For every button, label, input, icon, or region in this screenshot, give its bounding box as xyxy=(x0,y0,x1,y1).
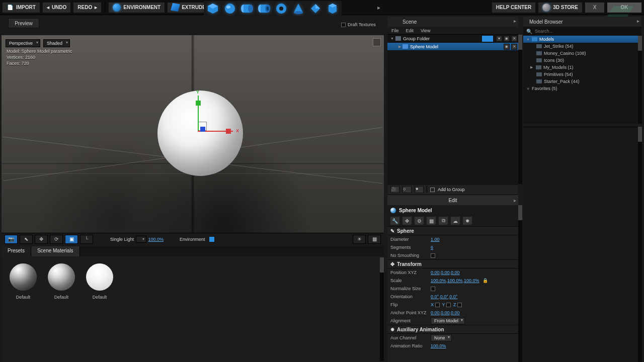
close-icon[interactable]: ✕ xyxy=(511,44,517,50)
tree-expand-icon[interactable]: ▶ xyxy=(398,45,401,49)
viewport-camera-dropdown[interactable]: Perspective xyxy=(6,39,40,47)
browser-row[interactable]: ▶My_Models (1) xyxy=(523,64,641,71)
browser-row[interactable]: Primitives (54) xyxy=(523,71,641,78)
panel-collapse-icon[interactable]: ▸ xyxy=(514,198,516,203)
search-input[interactable] xyxy=(535,29,638,34)
segments-field[interactable]: 6 xyxy=(431,245,433,250)
store-button[interactable]: 3D STORE xyxy=(538,2,583,13)
select-tool-button[interactable]: ⬉ xyxy=(20,235,33,244)
shape-cylinder-h[interactable] xyxy=(240,2,254,16)
help-center-button[interactable]: HELP CENTER xyxy=(492,2,536,13)
environment-button[interactable]: ENVIRONMENT xyxy=(108,2,165,13)
fullscreen-icon[interactable] xyxy=(373,38,381,46)
position-z[interactable]: 0.00 xyxy=(451,270,460,275)
null-icon[interactable]: ✦ xyxy=(415,186,424,193)
move-icon[interactable]: ✥ xyxy=(403,217,412,225)
ok-button[interactable]: OK xyxy=(607,2,642,13)
browser-row-favorites[interactable]: ★Favorites (5) xyxy=(523,85,641,92)
browser-row[interactable]: Icons (30) xyxy=(523,57,641,64)
checkbox-icon[interactable] xyxy=(430,188,435,192)
environment-swatch[interactable] xyxy=(209,237,214,242)
shape-diamond[interactable] xyxy=(308,2,323,16)
move-tool-button[interactable]: ✥ xyxy=(35,235,48,244)
browser-row[interactable]: Money_Casino (108) xyxy=(523,50,641,57)
close-x-button[interactable]: X xyxy=(585,2,605,13)
import-button[interactable]: 📄IMPORT xyxy=(2,2,40,13)
anchor-y[interactable]: 0.00 xyxy=(441,310,450,315)
menu-file[interactable]: File xyxy=(391,28,399,33)
material-preset[interactable]: Default xyxy=(47,263,76,355)
tree-expand-icon[interactable]: ▼ xyxy=(390,37,394,40)
animation-ratio-field[interactable]: 100.0% xyxy=(431,343,446,348)
draft-textures-toggle[interactable]: Draft Textures xyxy=(341,22,376,27)
alignment-dropdown[interactable]: From Model xyxy=(431,317,465,324)
tree-row-sphere[interactable]: ▶ Sphere Model ■✕ xyxy=(387,43,518,51)
orient-y[interactable]: 0.0° xyxy=(440,294,448,299)
gizmo-x-handle[interactable] xyxy=(226,129,231,134)
light-dropdown[interactable] xyxy=(136,236,146,243)
settings-icon[interactable]: ✸ xyxy=(463,217,472,225)
section-aux-animation[interactable]: ✸Auxiliary Animation xyxy=(387,325,518,334)
anchor-x[interactable]: 0.00 xyxy=(431,310,440,315)
material-icon[interactable]: ▦ xyxy=(427,217,436,225)
scrollbar[interactable] xyxy=(518,205,522,362)
render-button[interactable]: ☀ xyxy=(353,235,366,244)
nosmooth-checkbox[interactable] xyxy=(431,253,435,258)
scrollbar[interactable] xyxy=(638,127,642,362)
shape-bar-scroll-right[interactable]: ▸ xyxy=(377,4,380,11)
lock-icon[interactable]: 🔒 xyxy=(482,278,488,283)
orient-x[interactable]: 0.0° xyxy=(431,294,439,299)
section-transform[interactable]: ✥Transform xyxy=(387,259,518,268)
shape-tube[interactable] xyxy=(257,2,271,16)
position-x[interactable]: 0.00 xyxy=(431,270,440,275)
shape-sphere[interactable] xyxy=(223,2,237,16)
anchor-tool-button[interactable]: └ xyxy=(80,235,93,244)
gizmo-z-handle[interactable] xyxy=(200,127,205,132)
camera-icon[interactable]: 🎥 xyxy=(390,186,399,193)
add-to-group-button[interactable]: Add to Group xyxy=(438,187,465,192)
flip-y-checkbox[interactable] xyxy=(446,303,451,307)
section-sphere[interactable]: ✎Sphere xyxy=(387,226,518,235)
aux-channel-dropdown[interactable]: None xyxy=(431,334,452,341)
color-badge[interactable] xyxy=(482,36,493,42)
gizmo-y-handle[interactable] xyxy=(196,101,201,106)
menu-edit[interactable]: Edit xyxy=(406,28,414,33)
anchor-z[interactable]: 0.00 xyxy=(451,310,460,315)
orient-z[interactable]: 0.0° xyxy=(449,294,457,299)
link-icon[interactable]: ☁ xyxy=(451,217,460,225)
shape-prism[interactable] xyxy=(326,2,340,16)
tab-scene-materials[interactable]: Scene Materials xyxy=(31,246,80,256)
gear-icon[interactable]: ⚙ xyxy=(415,217,424,225)
material-preset[interactable]: Default xyxy=(85,263,114,355)
visibility-icon[interactable]: ■ xyxy=(504,44,510,50)
wrench-icon[interactable]: 🔧 xyxy=(390,217,399,225)
panel-collapse-icon[interactable]: ▸ xyxy=(514,18,516,24)
scale-x[interactable]: 100.0% xyxy=(431,278,446,283)
copy-icon[interactable]: ⧉ xyxy=(439,217,448,225)
browser-row[interactable]: Starter_Pack (44) xyxy=(523,78,641,85)
browser-row[interactable]: Jet_Strike (54) xyxy=(523,43,641,50)
scale-y[interactable]: 100.0% xyxy=(447,278,463,283)
preview-tab[interactable]: Preview xyxy=(8,18,39,28)
shape-cone[interactable] xyxy=(291,2,305,16)
menu-view[interactable]: View xyxy=(421,28,430,33)
scale-z[interactable]: 100.0% xyxy=(464,278,479,283)
panel-collapse-icon[interactable]: ▸ xyxy=(637,18,639,24)
normalize-checkbox[interactable] xyxy=(431,287,435,291)
tab-presets[interactable]: Presets xyxy=(2,246,31,256)
tree-row-group[interactable]: ▼ Group Folder ▾■✕ xyxy=(387,35,518,43)
position-y[interactable]: 0.00 xyxy=(441,270,450,275)
redo-button[interactable]: REDO▸ xyxy=(73,2,102,13)
rotate-tool-button[interactable]: ⟳ xyxy=(50,235,63,244)
chevron-down-icon[interactable]: ▾ xyxy=(496,36,502,42)
scrollbar[interactable] xyxy=(518,35,522,184)
close-icon[interactable]: ✕ xyxy=(511,36,517,42)
shape-torus[interactable] xyxy=(274,2,288,16)
visibility-icon[interactable]: ■ xyxy=(504,36,510,42)
browser-row-models[interactable]: ▼Models xyxy=(523,36,641,43)
diameter-field[interactable]: 1.00 xyxy=(431,237,440,242)
shape-cube[interactable] xyxy=(206,2,220,16)
viewport-3d[interactable]: Y X Perspective Shaded Model: Sphere Mod… xyxy=(2,35,384,233)
material-preset[interactable]: Default xyxy=(9,263,38,355)
grid-button[interactable]: ▦ xyxy=(368,235,381,244)
